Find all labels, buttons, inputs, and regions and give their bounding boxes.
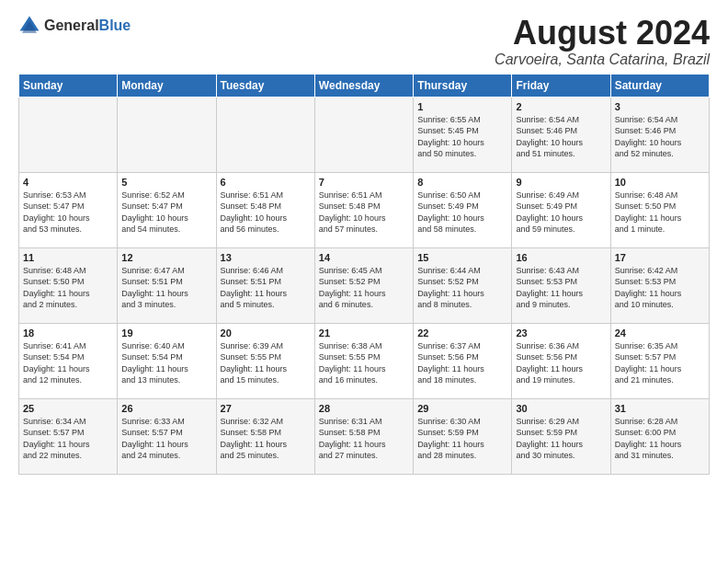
cell-3-3: 21Sunrise: 6:38 AM Sunset: 5:55 PM Dayli… — [314, 323, 413, 398]
col-wednesday: Wednesday — [314, 74, 413, 97]
cell-2-0: 11Sunrise: 6:48 AM Sunset: 5:50 PM Dayli… — [19, 247, 118, 323]
week-row-3: 11Sunrise: 6:48 AM Sunset: 5:50 PM Dayli… — [19, 247, 710, 323]
day-info: Sunrise: 6:32 AM Sunset: 5:58 PM Dayligh… — [221, 416, 311, 462]
day-number: 8 — [417, 177, 507, 188]
day-info: Sunrise: 6:35 AM Sunset: 5:57 PM Dayligh… — [615, 340, 705, 386]
logo-blue: Blue — [99, 17, 131, 33]
day-info: Sunrise: 6:30 AM Sunset: 5:59 PM Dayligh… — [417, 416, 507, 462]
week-row-5: 25Sunrise: 6:34 AM Sunset: 5:57 PM Dayli… — [19, 398, 710, 474]
day-info: Sunrise: 6:41 AM Sunset: 5:54 PM Dayligh… — [23, 340, 113, 386]
cell-0-3 — [314, 97, 413, 172]
cell-0-4: 1Sunrise: 6:55 AM Sunset: 5:45 PM Daylig… — [414, 97, 512, 172]
day-number: 23 — [516, 327, 606, 339]
day-info: Sunrise: 6:50 AM Sunset: 5:49 PM Dayligh… — [417, 190, 507, 236]
page-title: August 2024 — [495, 15, 710, 52]
cell-0-5: 2Sunrise: 6:54 AM Sunset: 5:46 PM Daylig… — [512, 97, 610, 172]
cell-2-2: 13Sunrise: 6:46 AM Sunset: 5:51 PM Dayli… — [216, 247, 314, 323]
day-number: 18 — [23, 327, 113, 339]
week-row-4: 18Sunrise: 6:41 AM Sunset: 5:54 PM Dayli… — [19, 323, 710, 398]
cell-0-1 — [118, 97, 216, 172]
cell-4-4: 29Sunrise: 6:30 AM Sunset: 5:59 PM Dayli… — [414, 398, 512, 474]
day-info: Sunrise: 6:54 AM Sunset: 5:46 PM Dayligh… — [615, 114, 705, 160]
day-info: Sunrise: 6:44 AM Sunset: 5:52 PM Dayligh… — [417, 265, 507, 311]
day-number: 19 — [121, 327, 211, 339]
day-number: 27 — [221, 403, 311, 414]
day-number: 25 — [23, 403, 113, 414]
day-info: Sunrise: 6:34 AM Sunset: 5:57 PM Dayligh… — [23, 416, 113, 462]
cell-3-4: 22Sunrise: 6:37 AM Sunset: 5:56 PM Dayli… — [414, 323, 512, 398]
day-info: Sunrise: 6:55 AM Sunset: 5:45 PM Dayligh… — [417, 114, 507, 160]
col-saturday: Saturday — [610, 74, 709, 97]
day-number: 13 — [221, 252, 311, 263]
cell-3-2: 20Sunrise: 6:39 AM Sunset: 5:55 PM Dayli… — [216, 323, 314, 398]
cell-4-5: 30Sunrise: 6:29 AM Sunset: 5:59 PM Dayli… — [512, 398, 610, 474]
day-number: 1 — [417, 101, 507, 112]
day-info: Sunrise: 6:47 AM Sunset: 5:51 PM Dayligh… — [121, 265, 211, 311]
cell-4-1: 26Sunrise: 6:33 AM Sunset: 5:57 PM Dayli… — [118, 398, 216, 474]
day-info: Sunrise: 6:52 AM Sunset: 5:47 PM Dayligh… — [121, 190, 211, 236]
day-number: 10 — [615, 177, 705, 188]
day-info: Sunrise: 6:28 AM Sunset: 6:00 PM Dayligh… — [615, 416, 705, 462]
day-number: 5 — [121, 177, 211, 188]
header: GeneralBlue August 2024 Carvoeira, Santa… — [18, 15, 710, 68]
cell-2-1: 12Sunrise: 6:47 AM Sunset: 5:51 PM Dayli… — [118, 247, 216, 323]
day-number: 16 — [516, 252, 606, 263]
day-number: 26 — [121, 403, 211, 414]
day-number: 14 — [319, 252, 409, 263]
calendar-table: Sunday Monday Tuesday Wednesday Thursday… — [18, 74, 710, 475]
cell-3-6: 24Sunrise: 6:35 AM Sunset: 5:57 PM Dayli… — [610, 323, 709, 398]
col-tuesday: Tuesday — [216, 74, 314, 97]
day-info: Sunrise: 6:40 AM Sunset: 5:54 PM Dayligh… — [121, 340, 211, 386]
day-number: 11 — [23, 252, 113, 263]
day-number: 2 — [516, 101, 606, 112]
cell-3-0: 18Sunrise: 6:41 AM Sunset: 5:54 PM Dayli… — [19, 323, 118, 398]
day-number: 17 — [615, 252, 705, 263]
day-number: 9 — [516, 177, 606, 188]
cell-3-5: 23Sunrise: 6:36 AM Sunset: 5:56 PM Dayli… — [512, 323, 610, 398]
day-info: Sunrise: 6:42 AM Sunset: 5:53 PM Dayligh… — [615, 265, 705, 311]
day-number: 21 — [319, 327, 409, 339]
day-info: Sunrise: 6:54 AM Sunset: 5:46 PM Dayligh… — [516, 114, 606, 160]
cell-0-0 — [19, 97, 118, 172]
day-info: Sunrise: 6:48 AM Sunset: 5:50 PM Dayligh… — [615, 190, 705, 236]
day-number: 24 — [615, 327, 705, 339]
cell-0-6: 3Sunrise: 6:54 AM Sunset: 5:46 PM Daylig… — [610, 97, 709, 172]
main-container: GeneralBlue August 2024 Carvoeira, Santa… — [0, 0, 728, 484]
cell-1-1: 5Sunrise: 6:52 AM Sunset: 5:47 PM Daylig… — [118, 172, 216, 247]
col-thursday: Thursday — [414, 74, 512, 97]
logo-icon — [18, 15, 40, 37]
title-block: August 2024 Carvoeira, Santa Catarina, B… — [495, 15, 710, 68]
day-number: 30 — [516, 403, 606, 414]
calendar-header: Sunday Monday Tuesday Wednesday Thursday… — [19, 74, 710, 97]
day-number: 28 — [319, 403, 409, 414]
day-number: 22 — [417, 327, 507, 339]
cell-1-0: 4Sunrise: 6:53 AM Sunset: 5:47 PM Daylig… — [19, 172, 118, 247]
day-info: Sunrise: 6:48 AM Sunset: 5:50 PM Dayligh… — [23, 265, 113, 311]
day-info: Sunrise: 6:49 AM Sunset: 5:49 PM Dayligh… — [516, 190, 606, 236]
logo: GeneralBlue — [18, 15, 131, 37]
day-number: 3 — [615, 101, 705, 112]
logo-text: GeneralBlue — [44, 17, 131, 34]
week-row-2: 4Sunrise: 6:53 AM Sunset: 5:47 PM Daylig… — [19, 172, 710, 247]
cell-2-5: 16Sunrise: 6:43 AM Sunset: 5:53 PM Dayli… — [512, 247, 610, 323]
cell-2-3: 14Sunrise: 6:45 AM Sunset: 5:52 PM Dayli… — [314, 247, 413, 323]
cell-0-2 — [216, 97, 314, 172]
col-monday: Monday — [118, 74, 216, 97]
header-row: Sunday Monday Tuesday Wednesday Thursday… — [19, 74, 710, 97]
day-info: Sunrise: 6:46 AM Sunset: 5:51 PM Dayligh… — [221, 265, 311, 311]
day-info: Sunrise: 6:43 AM Sunset: 5:53 PM Dayligh… — [516, 265, 606, 311]
day-info: Sunrise: 6:45 AM Sunset: 5:52 PM Dayligh… — [319, 265, 409, 311]
calendar-body: 1Sunrise: 6:55 AM Sunset: 5:45 PM Daylig… — [19, 97, 710, 474]
day-info: Sunrise: 6:31 AM Sunset: 5:58 PM Dayligh… — [319, 416, 409, 462]
day-number: 6 — [221, 177, 311, 188]
day-number: 31 — [615, 403, 705, 414]
day-info: Sunrise: 6:53 AM Sunset: 5:47 PM Dayligh… — [23, 190, 113, 236]
cell-4-0: 25Sunrise: 6:34 AM Sunset: 5:57 PM Dayli… — [19, 398, 118, 474]
day-info: Sunrise: 6:33 AM Sunset: 5:57 PM Dayligh… — [121, 416, 211, 462]
day-number: 7 — [319, 177, 409, 188]
cell-1-5: 9Sunrise: 6:49 AM Sunset: 5:49 PM Daylig… — [512, 172, 610, 247]
cell-1-6: 10Sunrise: 6:48 AM Sunset: 5:50 PM Dayli… — [610, 172, 709, 247]
day-info: Sunrise: 6:29 AM Sunset: 5:59 PM Dayligh… — [516, 416, 606, 462]
cell-1-4: 8Sunrise: 6:50 AM Sunset: 5:49 PM Daylig… — [414, 172, 512, 247]
page-subtitle: Carvoeira, Santa Catarina, Brazil — [495, 52, 710, 68]
